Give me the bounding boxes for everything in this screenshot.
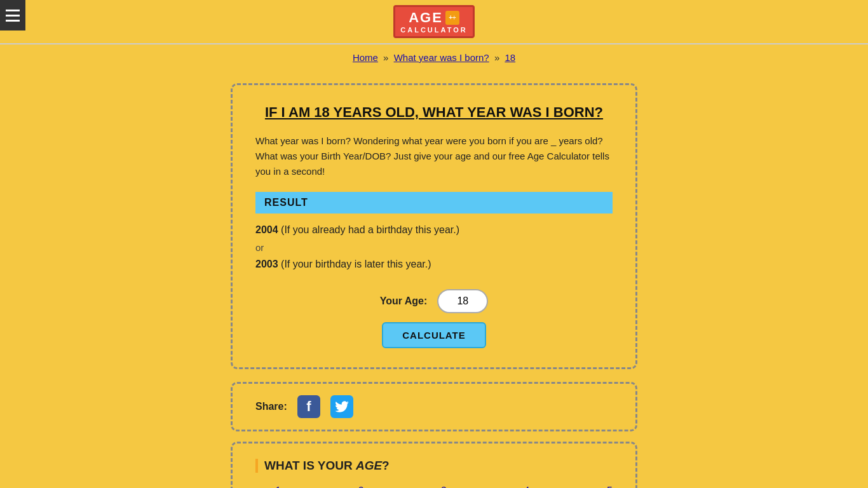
result-year-2: 2003 [255, 259, 278, 269]
age-link-4[interactable]: age 4 [504, 485, 529, 488]
logo-top-row: AGE +÷ [409, 10, 459, 26]
hamburger-line-2 [6, 15, 20, 17]
breadcrumb-sep2: » [494, 52, 499, 63]
result-or: or [255, 242, 613, 253]
breadcrumb-number-link[interactable]: 18 [505, 52, 515, 63]
age-input-row: Your Age: [255, 289, 613, 313]
result-header: RESULT [255, 192, 613, 214]
breadcrumb: Home » What year was I born? » 18 [0, 44, 868, 71]
breadcrumb-home-link[interactable]: Home [353, 52, 378, 63]
result-row-1: 2004 (If you already had a birthday this… [255, 221, 613, 240]
age-info-title: WHAT IS YOUR AGE? [255, 459, 613, 473]
age-link-3[interactable]: age 3 [421, 485, 447, 488]
age-link-5[interactable]: age 5 [587, 485, 613, 488]
header: AGE +÷ CALCULATOR [0, 0, 868, 44]
logo-calculator-icon: +÷ [445, 11, 459, 25]
calculate-btn-row: CALCULATE [255, 322, 613, 348]
hamburger-line-1 [6, 10, 20, 11]
card-description: What year was I born? Wondering what yea… [255, 133, 613, 179]
age-info-title-suffix: ? [382, 459, 390, 472]
result-text-1: (If you already had a birthday this year… [281, 224, 459, 235]
result-year-1: 2004 [255, 224, 278, 235]
age-links-row: age 1 age 2 age 3 age 4 age 5 [255, 485, 613, 488]
logo[interactable]: AGE +÷ CALCULATOR [393, 5, 474, 38]
breadcrumb-sep1: » [383, 52, 388, 63]
age-info-title-prefix: WHAT IS YOUR [264, 459, 356, 472]
hamburger-button[interactable] [0, 0, 25, 30]
calculate-button[interactable]: CALCULATE [382, 322, 486, 348]
result-row-2: 2003 (If your birthday is later this yea… [255, 255, 613, 274]
age-info-card: WHAT IS YOUR AGE? age 1 age 2 age 3 age … [231, 442, 637, 488]
main-card: IF I AM 18 YEARS OLD, WHAT YEAR WAS I BO… [231, 83, 637, 369]
card-title: IF I AM 18 YEARS OLD, WHAT YEAR WAS I BO… [255, 104, 613, 121]
age-info-title-italic: AGE [356, 459, 382, 472]
hamburger-line-3 [6, 20, 20, 22]
twitter-icon [335, 401, 349, 412]
twitter-share-button[interactable] [330, 395, 353, 418]
age-link-2[interactable]: age 2 [338, 485, 363, 488]
breadcrumb-what-year-link[interactable]: What year was I born? [394, 52, 489, 63]
facebook-share-button[interactable]: f [297, 395, 320, 418]
age-link-1[interactable]: age 1 [255, 485, 281, 488]
age-label: Your Age: [380, 295, 428, 307]
share-label: Share: [255, 401, 287, 412]
logo-calculator-text: CALCULATOR [400, 26, 467, 34]
result-text-2: (If your birthday is later this year.) [281, 259, 431, 269]
share-card: Share: f [231, 382, 637, 431]
age-input[interactable] [437, 289, 488, 313]
logo-age-text: AGE [409, 10, 443, 26]
